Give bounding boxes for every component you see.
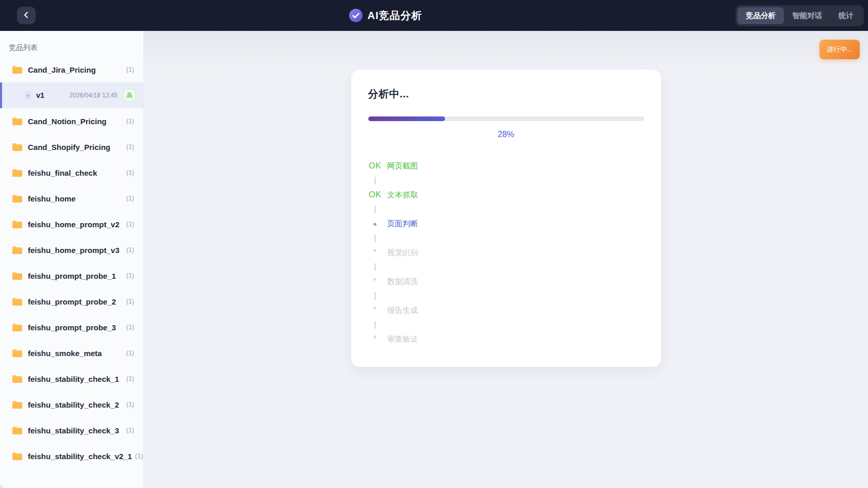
app-root: AI竞品分析 竞品分析 智能对话 统计 竞品列表 Cand_Jira_Prici… (0, 0, 868, 488)
main-panel: 进行中... 分析中... 28% OK 网页截图 OK 文本抓取 (144, 31, 868, 488)
folder-item[interactable]: feishu_home (1) (0, 186, 143, 211)
folder-item[interactable]: feishu_home_prompt_v2 (1) (0, 211, 143, 237)
folder-name: feishu_home_prompt_v2 (28, 220, 120, 229)
progress-percent: 28% (368, 130, 644, 139)
folder-item[interactable]: feishu_prompt_probe_3 (1) (0, 314, 143, 340)
folder-count: (1) (123, 427, 134, 434)
progress-bar (368, 116, 644, 121)
step-pending-star-icon: * (368, 334, 382, 344)
folder-icon (12, 272, 22, 280)
step-visual-recognition: * 视觉识别 (368, 245, 644, 260)
step-webpage-screenshot: OK 网页截图 (368, 159, 644, 173)
step-report-generation: * 报告生成 (368, 303, 644, 317)
folder-icon (12, 169, 22, 177)
chevron-left-icon (23, 11, 30, 20)
folder-count: (1) (123, 349, 134, 357)
step-connector (368, 260, 644, 274)
folder-count: (1) (123, 143, 134, 150)
step-data-cleaning: * 数据清洗 (368, 274, 644, 289)
folder-name: feishu_prompt_probe_2 (28, 297, 116, 306)
tab-stats[interactable]: 统计 (830, 7, 862, 24)
folder-count: (1) (123, 324, 134, 331)
header-title-group: AI竞品分析 (36, 9, 735, 23)
folder-count: (1) (123, 169, 134, 176)
folder-name: feishu_stability_check_2 (28, 400, 119, 409)
folder-icon (12, 66, 22, 74)
folder-count: (1) (123, 298, 134, 305)
folder-icon (12, 195, 22, 203)
folder-item[interactable]: feishu_final_check (1) (0, 160, 143, 186)
folder-name: feishu_stability_check_3 (28, 426, 119, 435)
step-review-verification: * 审查验证 (368, 332, 644, 346)
folder-item[interactable]: feishu_prompt_probe_1 (1) (0, 263, 143, 289)
page-title: AI竞品分析 (368, 9, 422, 23)
folder-count: (1) (123, 401, 134, 408)
folder-icon (12, 221, 22, 228)
folder-icon (12, 324, 22, 331)
header: AI竞品分析 竞品分析 智能对话 统计 (0, 0, 868, 31)
folder-item[interactable]: Cand_Jira_Pricing (1) (0, 57, 143, 82)
folder-item[interactable]: feishu_stability_check_2 (1) (0, 392, 143, 417)
folder-icon (12, 349, 22, 357)
folder-item[interactable]: feishu_prompt_probe_2 (1) (0, 289, 143, 314)
folder-name: feishu_home (28, 194, 76, 203)
version-item-v1[interactable]: v1 2026/04/18 12:45 高 (0, 82, 143, 108)
folder-count: (1) (123, 117, 134, 125)
folder-item[interactable]: Cand_Shopify_Pricing (1) (0, 134, 143, 160)
step-pending-star-icon: * (368, 276, 382, 287)
analysis-card: 分析中... 28% OK 网页截图 OK 文本抓取 (351, 70, 661, 367)
folder-name: Cand_Shopify_Pricing (28, 143, 110, 152)
folder-count: (1) (123, 66, 134, 73)
step-label: 网页截图 (387, 161, 418, 171)
folder-item[interactable]: feishu_smoke_meta (1) (0, 340, 143, 366)
sidebar: 竞品列表 Cand_Jira_Pricing (1) v1 2026/04/18… (0, 31, 144, 488)
folder-icon (12, 298, 22, 306)
folder-count: (1) (132, 452, 143, 460)
folder-name: feishu_final_check (28, 169, 97, 177)
folder-count: (1) (123, 375, 134, 382)
folder-icon (12, 401, 22, 409)
folder-count: (1) (123, 246, 134, 254)
folder-item[interactable]: feishu_stability_check_3 (1) (0, 417, 143, 443)
step-pending-star-icon: * (368, 247, 382, 258)
step-connector (368, 231, 644, 245)
folder-name: feishu_prompt_probe_3 (28, 323, 116, 332)
back-button[interactable] (17, 7, 36, 24)
folder-name: Cand_Notion_Pricing (28, 117, 107, 126)
step-text-extraction: OK 文本抓取 (368, 188, 644, 202)
version-date: 2026/04/18 12:45 (70, 92, 118, 99)
step-connector (368, 202, 644, 216)
folder-name: feishu_home_prompt_v3 (28, 246, 120, 255)
sidebar-title: 竞品列表 (9, 43, 143, 53)
tab-competitor-analysis[interactable]: 竞品分析 (738, 7, 784, 24)
folder-name: feishu_stability_check_1 (28, 375, 119, 383)
folder-name: feishu_smoke_meta (28, 349, 102, 358)
folder-item[interactable]: feishu_stability_check_v2_1 (1) (0, 443, 143, 469)
step-label: 数据清洗 (387, 277, 418, 287)
folder-count: (1) (123, 272, 134, 279)
step-connector (368, 289, 644, 303)
folder-item[interactable]: feishu_home_prompt_v3 (1) (0, 237, 143, 263)
step-connector (368, 317, 644, 332)
tab-smart-chat[interactable]: 智能对话 (784, 7, 830, 24)
step-current-dot-icon: ● (368, 220, 382, 228)
step-label: 报告生成 (387, 306, 418, 315)
step-connector (368, 173, 644, 188)
step-label: 文本抓取 (387, 190, 418, 200)
step-page-judgment: ● 页面判断 (368, 216, 644, 231)
folder-icon (12, 143, 22, 151)
folder-icon (12, 427, 22, 434)
folder-item[interactable]: feishu_stability_check_1 (1) (0, 366, 143, 392)
step-label: 审查验证 (387, 334, 418, 344)
in-progress-button[interactable]: 进行中... (820, 40, 860, 59)
step-done-marker: OK (368, 190, 382, 199)
folder-icon (12, 375, 22, 383)
folder-item[interactable]: Cand_Notion_Pricing (1) (0, 108, 143, 134)
document-icon (25, 91, 31, 99)
folder-count: (1) (123, 195, 134, 202)
check-badge-icon (349, 9, 363, 22)
step-done-marker: OK (368, 161, 382, 171)
folder-icon (12, 117, 22, 125)
progress-fill (368, 116, 446, 121)
folder-icon (12, 452, 22, 460)
